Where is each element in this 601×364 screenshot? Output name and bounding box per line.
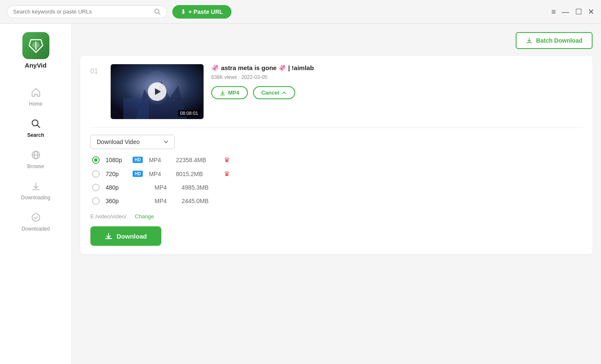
quality-res-720p: 720p [106, 171, 127, 177]
video-date: 2022-03-05 [241, 74, 267, 80]
sidebar-item-downloading[interactable]: Downloading [0, 175, 71, 206]
format-dropdown[interactable]: Download Video [90, 135, 175, 149]
quality-res-360p: 360p [106, 198, 127, 204]
radio-1080p[interactable] [92, 156, 100, 164]
maximize-icon[interactable]: ☐ [575, 8, 582, 16]
size-1080p: 22358.4MB [176, 157, 218, 163]
main-layout: AnyVid Home Search [0, 24, 601, 364]
size-720p: 8015.2MB [176, 171, 218, 177]
sidebar-item-downloading-label: Downloading [21, 195, 50, 201]
video-info: 🦑 astra meta is gone 🦑 | !aimlab 638K vi… [211, 64, 582, 99]
svg-point-11 [32, 214, 40, 221]
svg-rect-15 [123, 98, 149, 119]
hd-badge-1080p: HD [133, 157, 143, 163]
sidebar-item-home[interactable]: Home [0, 81, 71, 113]
batch-download-row: Batch Download [80, 32, 593, 49]
video-number: 01 [90, 64, 103, 75]
paste-url-button[interactable]: ⬇ + Paste URL [172, 5, 231, 19]
save-path-row: E:/video/video/ Change [90, 213, 582, 220]
logo-icon [22, 32, 49, 59]
sidebar-item-search-label: Search [27, 132, 44, 138]
video-meta: 638K views · 2022-03-05 [211, 74, 582, 80]
downloading-icon [31, 181, 41, 193]
batch-download-icon [526, 37, 533, 44]
browse-icon [31, 150, 41, 162]
sidebar-item-downloaded[interactable]: Downloaded [0, 206, 71, 238]
sidebar-item-browse-label: Browse [27, 163, 44, 169]
window-controls: ≡ — ☐ ✕ [551, 8, 594, 16]
content-area: Batch Download 01 [72, 24, 601, 364]
quality-row-1080p[interactable]: 1080p HD MP4 22358.4MB ♛ [92, 156, 582, 164]
search-icon [154, 8, 161, 15]
title-bar: ⬇ + Paste URL ≡ — ☐ ✕ [0, 0, 601, 24]
dropdown-chevron-icon [163, 139, 169, 144]
downloaded-icon [31, 212, 41, 224]
download-panel: Download Video 1080p HD MP4 22358.4MB ♛ [90, 128, 582, 246]
paste-url-icon: ⬇ [181, 8, 186, 15]
change-link[interactable]: Change [135, 213, 154, 220]
sidebar-item-home-label: Home [29, 101, 42, 107]
quality-row-360p[interactable]: 360p MP4 2445.0MB [92, 197, 582, 205]
format-1080p: MP4 [149, 157, 170, 163]
svg-line-1 [159, 13, 160, 14]
app-name-label: AnyVid [25, 62, 46, 69]
chevron-up-icon [282, 90, 287, 95]
batch-download-label: Batch Download [536, 37, 582, 44]
quality-res-480p: 480p [106, 184, 127, 191]
sidebar-item-browse[interactable]: Browse [0, 144, 71, 175]
menu-icon[interactable]: ≡ [551, 8, 556, 16]
sidebar-item-search[interactable]: Search [0, 113, 71, 144]
close-icon[interactable]: ✕ [588, 8, 594, 16]
download-btn-label: Download [117, 233, 147, 240]
format-720p: MP4 [149, 171, 170, 177]
cancel-label: Cancel [261, 90, 280, 96]
search-box[interactable] [7, 5, 167, 18]
quality-row-720p[interactable]: 720p HD MP4 8015.2MB ♛ [92, 170, 582, 178]
size-360p: 2445.0MB [182, 198, 224, 204]
quality-row-480p[interactable]: 480p MP4 4985.3MB [92, 184, 582, 191]
svg-line-6 [37, 125, 40, 128]
video-actions: MP4 Cancel [211, 86, 582, 99]
download-icon [105, 232, 112, 240]
app-logo: AnyVid [22, 32, 49, 69]
radio-360p[interactable] [92, 197, 100, 205]
quality-res-1080p: 1080p [106, 157, 127, 163]
batch-download-button[interactable]: Batch Download [516, 32, 593, 49]
mp4-button[interactable]: MP4 [211, 86, 248, 99]
paste-url-label: + Paste URL [188, 8, 223, 15]
cancel-button[interactable]: Cancel [253, 86, 296, 99]
radio-480p[interactable] [92, 184, 100, 191]
video-views: 638K views [211, 74, 237, 80]
minimize-icon[interactable]: — [562, 8, 569, 16]
crown-icon-1080p: ♛ [224, 156, 230, 164]
save-path-label: E:/video/video/ [90, 213, 126, 220]
format-360p: MP4 [155, 198, 176, 204]
download-button[interactable]: Download [90, 226, 161, 246]
video-top-row: 01 [90, 64, 582, 119]
sidebar: AnyVid Home Search [0, 24, 72, 364]
video-card: 01 [80, 56, 593, 254]
format-480p: MP4 [155, 184, 176, 191]
quality-list: 1080p HD MP4 22358.4MB ♛ 720p HD MP4 801… [92, 156, 582, 205]
play-button[interactable] [148, 82, 166, 101]
format-dropdown-label: Download Video [97, 139, 140, 145]
sidebar-item-downloaded-label: Downloaded [22, 226, 50, 232]
mp4-download-icon [220, 90, 226, 96]
radio-720p[interactable] [92, 170, 100, 178]
search-nav-icon [31, 119, 41, 130]
home-icon [31, 87, 41, 99]
search-input[interactable] [13, 8, 151, 15]
video-title: 🦑 astra meta is gone 🦑 | !aimlab [211, 64, 582, 72]
size-480p: 4985.3MB [182, 184, 224, 191]
video-thumbnail[interactable]: 08:08:01 [111, 64, 204, 119]
crown-icon-720p: ♛ [224, 170, 230, 178]
hd-badge-720p: HD [133, 171, 143, 177]
mp4-label: MP4 [228, 90, 239, 96]
video-duration: 08:08:01 [178, 110, 200, 117]
